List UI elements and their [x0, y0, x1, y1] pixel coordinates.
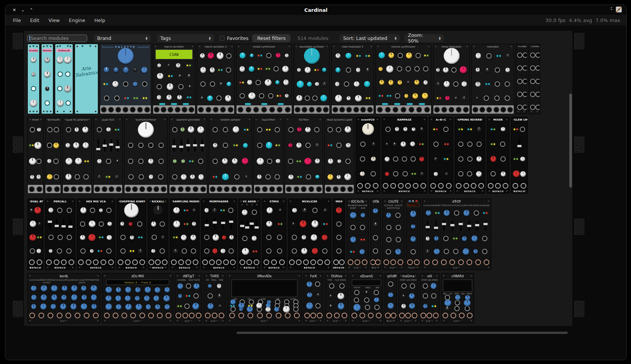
module-card-nd-lar[interactable]: ♥ ♥ÙnDùLaR♥	[55, 44, 73, 114]
module-card-ouaive[interactable]: OUAIveTYPEPLAY MODEbId°°	[325, 273, 348, 323]
module-card-dikt-t[interactable]: dIKT@TCHANNELROOT NOTEbId°°	[175, 273, 202, 323]
module-card-percall[interactable]: PERCALLBEFACO	[45, 199, 75, 270]
menu-edit[interactable]: Edit	[26, 16, 44, 25]
module-card-meta-modulator[interactable]: meta modulator	[433, 44, 470, 114]
heart-icons: ♥ ♥	[55, 45, 73, 48]
module-card-spring-reverb[interactable]: SPRING REVERBBEFACO	[455, 117, 485, 193]
module-card-liquid-filter[interactable]: liquid filter	[254, 117, 283, 193]
module-title: tOCAnTe	[347, 200, 368, 204]
module-card-mixer[interactable]: mixer	[28, 117, 43, 193]
knob-icon	[113, 67, 118, 72]
close-icon[interactable]: ✕	[13, 8, 16, 12]
module-card-late[interactable]: lATebId°°	[371, 199, 380, 270]
module-card-kickall[interactable]: KICKALLBEFACO	[148, 199, 168, 270]
menu-view[interactable]: View	[44, 16, 64, 25]
module-card-canard[interactable]: cANARdRECG/TSTRTLENREADbId°°	[441, 273, 474, 323]
module-card-dual-attenuverter[interactable]: DUAL ATTENUVERTERBEFACO	[28, 199, 43, 270]
module-card-evenvco[interactable]: evenVCOBEFACO	[356, 117, 380, 193]
knob-icon	[406, 52, 412, 59]
module-card-segment-generator[interactable]: segment generator	[169, 117, 207, 193]
module-card-mex[interactable]: MEXBEFACO	[333, 199, 345, 270]
jack-icon	[221, 108, 225, 112]
shade-up-icon[interactable]: ⌃	[29, 8, 33, 12]
slider-thumb	[425, 226, 430, 228]
module-card-morphader[interactable]: MORPHADERBEFACO	[201, 199, 236, 270]
module-card-dtroy[interactable]: dTrOYCLOCKRUNRESETSTEPSPITCHPULSE COUNTG…	[422, 199, 491, 270]
jack-icon	[210, 260, 214, 264]
knob-pointer	[241, 308, 242, 309]
module-card-oai[interactable]: oAISTARTLENSPEEDbId°°	[420, 273, 439, 323]
led-icon	[497, 55, 498, 57]
module-title: SLEW LIMITER	[511, 118, 527, 122]
module-card-stmix[interactable]: STMIXBEFACO	[262, 199, 286, 270]
module-card-quad-vc-polarizer[interactable]: quad VC-polarizer	[63, 117, 91, 193]
menu-file[interactable]: File	[8, 16, 26, 25]
led-icon	[186, 295, 187, 297]
module-card-hex-mix-vca[interactable]: HEX MIX VCABEFACO	[77, 199, 115, 270]
module-card-grubby[interactable]: ♥Grubby♥	[28, 44, 39, 114]
module-card-macro-oscillator-2[interactable]: macro oscillator 2	[197, 44, 234, 114]
module-card-dual-dynamics-gate[interactable]: dual dynamics gate	[325, 117, 354, 193]
shade-down-icon[interactable]: ⌄	[21, 8, 24, 12]
jack-icon	[117, 187, 121, 191]
module-card-fork[interactable]: ForKbId°°	[304, 273, 323, 323]
module-card-modal-synthesizer[interactable]: modal synthesizer	[236, 44, 292, 114]
decor-row	[516, 49, 527, 62]
module-card-eq-filter[interactable]: EQ filter	[285, 117, 323, 193]
knob-pointer	[49, 159, 50, 161]
decor-row	[516, 62, 527, 75]
module-card-keyframer-mixer[interactable]: keyframer/mixer	[125, 117, 167, 193]
module-card-vc-adsr[interactable]: VC ADSRADSRBEFACO	[239, 199, 260, 270]
rack-rail	[12, 32, 24, 50]
horizontal-scrollbar-thumb[interactable]	[236, 332, 568, 334]
vertical-scrollbar-thumb[interactable]	[569, 94, 572, 188]
decor-row	[204, 301, 225, 311]
module-title: STMIX	[262, 200, 286, 203]
module-card-chopping-kinky[interactable]: CHOPPING KINKYBEFACO	[117, 199, 146, 270]
module-card-random-sampler[interactable]: random sampler	[209, 117, 252, 193]
module-card-magma[interactable]: maGmaSTARTLENSPEEDbId°°	[399, 273, 418, 323]
module-card-edsaros[interactable]: eDsaroSFLTTYPFREQRESbId°°	[350, 273, 383, 323]
module-card-muxlicer[interactable]: MUXLICERBEFACO	[288, 199, 331, 270]
module-card-aria-salvatrice[interactable]: ♥ ♥AriaSalvatrice	[75, 44, 98, 114]
jack-strip	[170, 258, 199, 266]
module-card-mixer[interactable]: MIXERBEFACO	[487, 117, 509, 193]
knob-pointer	[31, 209, 32, 210]
module-card-chute[interactable]: ChUTEALTITUDEGRAVITYRESTITUTIONbId°°	[383, 199, 404, 270]
module-card-tidal-modulator-2[interactable]: tidal modulator 2	[332, 44, 374, 114]
module-card-sampling-modulator[interactable]: SAMPLING MODULATORBEFACO	[170, 199, 199, 270]
jack-icon	[287, 187, 291, 191]
collapse-all-icon[interactable]: ⌃⌃	[610, 8, 613, 11]
module-card-zo-ma[interactable]: zOù MAïPattern 0 - Track 0bId°°	[102, 273, 173, 323]
tray-icon[interactable]: ✕	[616, 6, 622, 13]
module-card-macro-oscillator[interactable]: macro oscillatorCSAW	[153, 44, 195, 114]
module-card-resonator[interactable]: resonator	[472, 44, 514, 114]
led-icon	[436, 129, 438, 130]
jack-icon	[496, 184, 500, 188]
module-card-a-b-c[interactable]: A+B+CBEFACO	[429, 117, 453, 193]
module-card-po-ms[interactable]: pOùMsbId°°	[385, 273, 396, 323]
module-card-utilities[interactable]: utilities	[529, 44, 540, 114]
module-card-palette[interactable]: PALETTE	[100, 44, 151, 114]
module-card-texture-synthesizer[interactable]: texture synthesizer	[376, 44, 431, 114]
knob-icon	[350, 212, 356, 219]
module-card-quad-vca[interactable]: quad VCA	[94, 117, 122, 193]
module-card-tiare[interactable]: TiAREFMFREQFINEbId°°	[204, 273, 225, 323]
module-card-tocante[interactable]: tOCAnTeBPHBEATSBARFINERESETRUNbId°°	[347, 199, 368, 270]
menu-engine[interactable]: Engine	[64, 16, 90, 25]
module-card-bernoulli-gate[interactable]: bernoulli gate	[45, 117, 61, 193]
module-card-multiples[interactable]: multiples	[516, 44, 527, 114]
menu-help[interactable]: Help	[90, 16, 110, 25]
module-card-bordl[interactable]: bordLCLOCKRUNRESETSTEPSKEYSCALEGATESLIDE…	[28, 273, 100, 323]
jack-icon	[257, 143, 262, 148]
module-card-rotatoes[interactable]: ♥Rotatoes♥	[42, 44, 53, 114]
module-decor	[169, 122, 207, 185]
module-card-limonade[interactable]: liMonADeUNII/OFINEFMSCANbId°°	[227, 273, 302, 323]
module-card-slew-limiter[interactable]: SLEW LIMITERBEFACO	[511, 117, 527, 193]
module-card-module[interactable]: Havefun!!!bId°°	[406, 199, 420, 270]
knob-pointer	[300, 81, 301, 84]
module-card-rampage[interactable]: RAMPAGEBEFACO	[382, 117, 427, 193]
jack-icon	[395, 213, 401, 218]
module-card-wavetable-oscillator[interactable]: wavetable oscillator	[294, 44, 329, 114]
jack-icon	[67, 235, 72, 240]
